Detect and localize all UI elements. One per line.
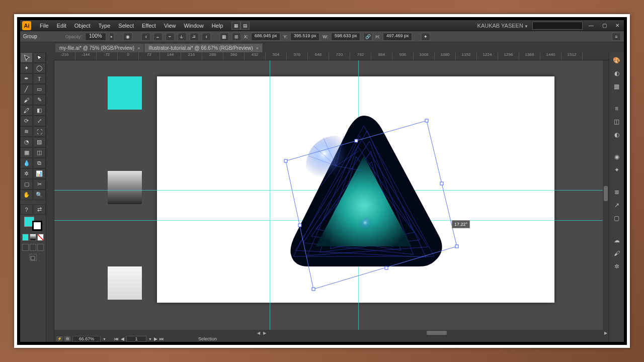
- help-tool[interactable]: ?: [20, 204, 33, 215]
- screen-mode-icon[interactable]: ▢: [30, 254, 37, 261]
- scroll-end-icon[interactable]: ▶: [603, 330, 609, 336]
- artboard-last-icon[interactable]: ⏭: [159, 336, 164, 341]
- width-tool[interactable]: ≋: [20, 126, 33, 137]
- pencil-tool[interactable]: ✎: [33, 95, 46, 105]
- reference-point-icon[interactable]: ⊞: [232, 33, 241, 41]
- brushes-panel-icon[interactable]: 🖌: [612, 248, 622, 258]
- gpu-icon[interactable]: ⚡: [56, 336, 62, 341]
- draw-inside-icon[interactable]: [37, 244, 44, 251]
- color-guide-panel-icon[interactable]: ◐: [612, 68, 622, 78]
- rotate-tool[interactable]: ⟳: [20, 116, 33, 126]
- magic-wand-tool[interactable]: ✦: [20, 63, 33, 73]
- menu-file[interactable]: File: [36, 22, 52, 30]
- none-mode-icon[interactable]: [37, 234, 44, 241]
- draw-behind-icon[interactable]: [30, 244, 36, 251]
- symbol-sprayer-tool[interactable]: ✲: [20, 168, 33, 179]
- arrange-docs-icon[interactable]: ▤: [240, 22, 250, 30]
- maximize-icon[interactable]: ▢: [600, 22, 609, 29]
- horizontal-ruler[interactable]: -216-144-7207214421628836043250457664872…: [54, 52, 609, 60]
- vertical-ruler[interactable]: [46, 60, 54, 342]
- guide-vertical[interactable]: [270, 60, 270, 336]
- libraries-panel-icon[interactable]: ☁: [612, 235, 622, 245]
- align-vcenter-icon[interactable]: ⫡: [190, 33, 199, 41]
- light-swatch-object[interactable]: [108, 266, 142, 300]
- transparency-panel-icon[interactable]: ◐: [612, 130, 622, 140]
- gradient-swatch-object[interactable]: [108, 171, 142, 204]
- artboard-dropdown-icon[interactable]: ▼: [148, 337, 152, 341]
- paintbrush-tool[interactable]: 🖌: [20, 95, 33, 105]
- menu-view[interactable]: View: [160, 22, 180, 30]
- eyedropper-tool[interactable]: 💧: [20, 158, 33, 168]
- bridge-icon[interactable]: ▦: [231, 22, 240, 30]
- opacity-input[interactable]: 100%: [85, 33, 106, 41]
- graphic-styles-panel-icon[interactable]: ✦: [612, 165, 622, 175]
- ruler-origin[interactable]: [46, 52, 54, 60]
- artwork-group[interactable]: [273, 96, 454, 277]
- tab-my-file[interactable]: my-file.ai* @ 75% (RGB/Preview) ×: [55, 44, 144, 52]
- blend-tool[interactable]: ⧉: [33, 158, 46, 168]
- opacity-dropdown[interactable]: ▸: [109, 33, 114, 41]
- artboard-first-icon[interactable]: ⏮: [114, 336, 119, 341]
- gradient-tool[interactable]: ◫: [33, 147, 46, 158]
- scroll-right-icon[interactable]: ▶: [262, 330, 268, 336]
- scroll-left-icon[interactable]: ◀: [256, 330, 262, 336]
- scroll-thumb[interactable]: [427, 331, 447, 335]
- artboard-prev-icon[interactable]: ◀: [121, 336, 124, 341]
- free-transform-tool[interactable]: ⛶: [33, 126, 46, 137]
- gradient-mode-icon[interactable]: [30, 234, 36, 241]
- asset-export-panel-icon[interactable]: ↗: [612, 200, 622, 210]
- zoom-tool[interactable]: 🔍: [33, 190, 46, 200]
- perspective-tool[interactable]: ▨: [33, 137, 46, 147]
- color-mode-icon[interactable]: [22, 234, 29, 241]
- align-right-icon[interactable]: ⫟: [166, 33, 175, 41]
- tab-illustrator-tutorial[interactable]: illustrator-tutorial.ai* @ 66.67% (RGB/P…: [144, 44, 263, 52]
- swatches-panel-icon[interactable]: ▦: [612, 81, 622, 92]
- shape-props-icon[interactable]: ✦: [421, 33, 430, 41]
- cyan-swatch-object[interactable]: [108, 76, 142, 110]
- hand-tool[interactable]: ✋: [20, 190, 33, 200]
- control-menu-icon[interactable]: ≡: [612, 33, 621, 41]
- menu-type[interactable]: Type: [95, 22, 114, 30]
- artboards-panel-icon[interactable]: ▢: [612, 213, 622, 223]
- graph-tool[interactable]: 📊: [33, 168, 46, 179]
- appearance-panel-icon[interactable]: ◉: [612, 152, 622, 162]
- user-menu[interactable]: KAUKAB YASEEN: [477, 23, 528, 29]
- stroke-panel-icon[interactable]: ≡: [612, 104, 622, 114]
- align-top-icon[interactable]: ⫝: [178, 33, 187, 41]
- link-wh-icon[interactable]: 🔗: [363, 33, 372, 41]
- artboard-number[interactable]: 1: [126, 336, 146, 342]
- menu-window[interactable]: Window: [181, 22, 207, 30]
- transform-panel-icon[interactable]: ▦: [220, 33, 229, 41]
- draw-normal-icon[interactable]: [22, 244, 29, 251]
- horizontal-scrollbar[interactable]: ◀ ▶ ▶: [54, 330, 609, 336]
- artboard-nav-icon[interactable]: ▤: [64, 336, 70, 341]
- zoom-level[interactable]: 66.67%: [72, 336, 101, 342]
- menu-edit[interactable]: Edit: [53, 22, 70, 30]
- direct-selection-tool[interactable]: [33, 52, 46, 63]
- selection-tool[interactable]: [20, 52, 33, 63]
- eraser-tool[interactable]: ◧: [33, 105, 46, 116]
- tab-close-icon[interactable]: ×: [137, 46, 140, 51]
- mesh-tool[interactable]: ▦: [20, 147, 33, 158]
- rectangle-tool[interactable]: ▭: [33, 84, 46, 95]
- menu-effect[interactable]: Effect: [138, 22, 159, 30]
- stroke-swatch[interactable]: [32, 221, 42, 231]
- viewport[interactable]: 17.22°: [54, 60, 609, 336]
- align-left-icon[interactable]: ⫞: [141, 33, 150, 41]
- shape-builder-tool[interactable]: ◔: [20, 137, 33, 147]
- menu-object[interactable]: Object: [71, 22, 94, 30]
- vertical-scrollbar[interactable]: [603, 60, 609, 336]
- minimize-icon[interactable]: —: [587, 22, 596, 29]
- search-input[interactable]: [532, 22, 583, 30]
- align-bottom-icon[interactable]: ⫞: [202, 33, 211, 41]
- artboard-next-icon[interactable]: ▶: [154, 336, 157, 341]
- layers-panel-icon[interactable]: ≣: [612, 187, 622, 197]
- blob-brush-tool[interactable]: 🖍: [20, 105, 33, 116]
- menu-help[interactable]: Help: [208, 22, 227, 30]
- align-hcenter-icon[interactable]: ⫠: [153, 33, 163, 41]
- toggle-fill-stroke[interactable]: ⇄: [33, 204, 46, 215]
- type-tool[interactable]: T: [33, 73, 46, 84]
- close-icon[interactable]: ✕: [613, 22, 622, 29]
- tab-close-icon[interactable]: ×: [256, 46, 259, 51]
- gradient-panel-icon[interactable]: ◫: [612, 117, 622, 127]
